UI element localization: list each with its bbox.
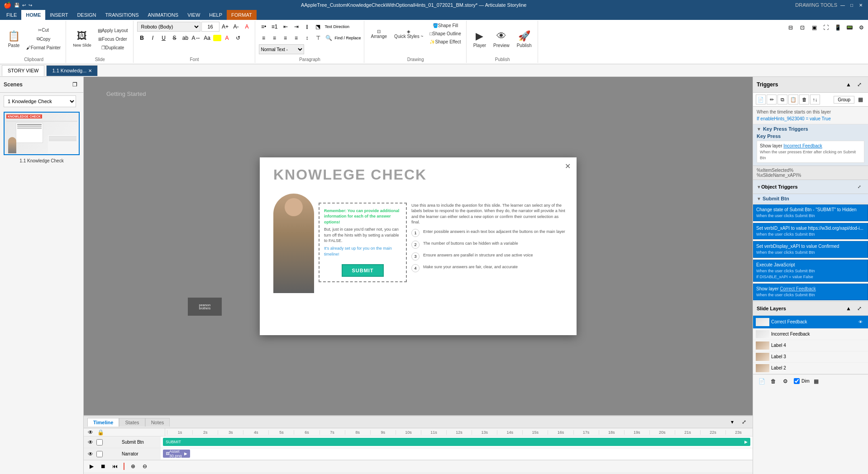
duplicate-button[interactable]: ❐ Duplicate bbox=[95, 44, 130, 52]
trigger-obj-2[interactable]: Set verbID_xAPI to value https://w3id.or… bbox=[753, 223, 868, 240]
tab-insert[interactable]: INSERT bbox=[45, 10, 72, 20]
tab-animations[interactable]: ANIMATIONS bbox=[143, 10, 183, 20]
layer-label-4[interactable]: Label 4 bbox=[753, 340, 868, 351]
align-text-button[interactable]: ⊤ bbox=[313, 33, 323, 43]
publish-button[interactable]: 🚀 Publish bbox=[514, 28, 535, 50]
trigger-obj-5[interactable]: Show layer Correct Feedback When the use… bbox=[753, 284, 868, 300]
new-slide-button[interactable]: 🖼 New Slide bbox=[70, 28, 95, 49]
timeline-add-btn[interactable]: ▶ bbox=[86, 461, 96, 471]
track-eye-submit[interactable]: 👁 bbox=[86, 437, 95, 447]
font-family-select[interactable]: Roboto (Body) bbox=[137, 22, 200, 32]
trig-new-btn[interactable]: 📄 bbox=[756, 95, 766, 104]
track-lock-submit[interactable] bbox=[96, 439, 103, 446]
tab-view[interactable]: VIEW bbox=[183, 10, 205, 20]
collapse-arrow[interactable]: ▼ bbox=[757, 127, 761, 132]
highlight-btn[interactable] bbox=[213, 35, 221, 41]
timeline-stop-btn[interactable]: ⏹ bbox=[98, 461, 108, 471]
change-case-button[interactable]: Aa bbox=[202, 33, 212, 43]
layer-correct-eye-btn[interactable]: 👁 bbox=[855, 317, 865, 327]
view-tablet-btn[interactable]: 📟 bbox=[844, 23, 854, 33]
trig-move-up-btn[interactable]: ↑↓ bbox=[810, 95, 820, 104]
slide-thumbnail[interactable]: KNOWLEDGE CHECK bbox=[4, 112, 80, 155]
trigger-obj-1[interactable]: Change state of Submit Btn - "SUBMIT" to… bbox=[753, 204, 868, 221]
justify-button[interactable]: ≡ bbox=[291, 33, 301, 43]
view-slide-btn[interactable]: ⊡ bbox=[797, 23, 807, 33]
font-size-decrease-btn[interactable]: A- bbox=[231, 22, 241, 32]
layers-delete-btn[interactable]: 🗑 bbox=[768, 376, 778, 386]
view-reading-btn[interactable]: ▣ bbox=[809, 23, 819, 33]
object-triggers-collapse[interactable]: ▼ bbox=[757, 185, 761, 190]
minimize-btn[interactable]: — bbox=[839, 2, 846, 8]
decrease-indent-button[interactable]: ⇤ bbox=[281, 22, 291, 32]
trig-delete-btn[interactable]: 🗑 bbox=[799, 95, 809, 104]
lock-all-btn[interactable]: 🔒 bbox=[95, 428, 105, 436]
shape-fill-button[interactable]: 🪣 Shape Fill bbox=[427, 22, 463, 29]
trig-edit-btn[interactable]: ✏ bbox=[767, 95, 777, 104]
timeline-rewind-btn[interactable]: ⏮ bbox=[110, 461, 120, 471]
underline-button[interactable]: U bbox=[159, 33, 169, 43]
view-normal-btn[interactable]: ⊟ bbox=[786, 23, 796, 33]
copy-button[interactable]: ⧉ Copy bbox=[24, 35, 63, 43]
layers-grid-btn[interactable]: ▦ bbox=[811, 376, 821, 386]
triggers-expand-btn[interactable]: ⤢ bbox=[854, 80, 864, 90]
close-tab-icon[interactable]: ✕ bbox=[88, 68, 92, 73]
focus-order-button[interactable]: ⊞ Focus Order bbox=[95, 35, 130, 43]
timeline-collapse-btn[interactable]: ▾ bbox=[727, 417, 737, 427]
tab-format[interactable]: FORMAT bbox=[227, 10, 257, 20]
story-view-tab[interactable]: STORY VIEW bbox=[2, 65, 44, 76]
shadow-button[interactable]: ab bbox=[181, 33, 191, 43]
scenes-dropdown[interactable]: 1 Knowledge Check bbox=[4, 95, 76, 107]
tab-transitions[interactable]: TRANSITIONS bbox=[101, 10, 143, 20]
bold-button[interactable]: B bbox=[137, 33, 147, 43]
layers-expand-btn[interactable]: ⤢ bbox=[854, 303, 864, 313]
columns-button[interactable]: ⫿ bbox=[302, 22, 312, 32]
tab-notes[interactable]: Notes bbox=[145, 418, 170, 427]
trig-copy-btn[interactable]: ⧉ bbox=[777, 95, 787, 104]
char-spacing-button[interactable]: A↔ bbox=[191, 33, 201, 43]
tab-home[interactable]: HOME bbox=[21, 10, 45, 20]
find-replace-button[interactable]: 🔍 bbox=[324, 33, 334, 43]
font-color-btn[interactable]: A bbox=[242, 22, 252, 32]
font-size-input[interactable] bbox=[201, 22, 219, 32]
numbering-button[interactable]: ≡1 bbox=[270, 22, 280, 32]
style-select[interactable]: Normal Text - bbox=[259, 44, 304, 54]
timeline-expand-btn[interactable]: ⤢ bbox=[739, 417, 749, 427]
trig-paste-btn[interactable]: 📋 bbox=[788, 95, 798, 104]
triggers-grid-btn[interactable]: ▦ bbox=[855, 95, 865, 104]
increase-indent-button[interactable]: ⇥ bbox=[291, 22, 301, 32]
align-center-button[interactable]: ≡ bbox=[270, 33, 280, 43]
italic-button[interactable]: I bbox=[148, 33, 158, 43]
canvas-close-btn[interactable]: ✕ bbox=[563, 162, 572, 171]
paste-button[interactable]: 📋 Paste bbox=[5, 28, 23, 50]
timeline-zoom-in-btn[interactable]: ⊕ bbox=[128, 461, 138, 471]
tab-file[interactable]: FILE bbox=[2, 10, 21, 20]
tab-timeline[interactable]: Timeline bbox=[87, 418, 119, 427]
tab-states[interactable]: States bbox=[119, 418, 145, 427]
slide-tab[interactable]: 1.1 Knowledg... ✕ bbox=[46, 65, 98, 76]
timeline-zoom-out-btn[interactable]: ⊖ bbox=[140, 461, 150, 471]
layers-add-btn[interactable]: 📄 bbox=[757, 376, 767, 386]
preview-button[interactable]: 👁 Preview bbox=[490, 28, 513, 50]
layers-collapse-btn[interactable]: ▲ bbox=[844, 303, 854, 313]
arrange-button[interactable]: ⊡ Arrange bbox=[368, 27, 391, 41]
trigger-obj-3[interactable]: Set verbDisplay_xAPI to value Confirmed … bbox=[753, 241, 868, 258]
correct-feedback-link[interactable]: Correct Feedback bbox=[780, 286, 816, 291]
layer-correct-feedback[interactable]: Correct Feedback 👁 bbox=[753, 316, 868, 329]
text-direction-button[interactable]: ⬔ bbox=[313, 22, 323, 32]
shape-effect-button[interactable]: ✨ Shape Effect bbox=[427, 38, 463, 46]
font-size-increase-btn[interactable]: A+ bbox=[220, 22, 230, 32]
triggers-collapse-btn[interactable]: ▲ bbox=[844, 80, 854, 90]
dim-checkbox[interactable] bbox=[794, 378, 800, 384]
settings-btn[interactable]: ⚙ bbox=[856, 23, 866, 33]
align-left-button[interactable]: ≡ bbox=[259, 33, 269, 43]
bullets-button[interactable]: ≡• bbox=[259, 22, 269, 32]
clear-format-btn[interactable]: ↺ bbox=[233, 33, 243, 43]
shape-outline-button[interactable]: □ Shape Outline bbox=[427, 30, 463, 38]
close-btn[interactable]: ✕ bbox=[857, 2, 864, 8]
scenes-collapse-btn[interactable]: ❐ bbox=[70, 80, 80, 90]
track-eye-narrator[interactable]: 👁 bbox=[86, 449, 95, 459]
track-block-expand-btn[interactable]: ▶ bbox=[744, 440, 748, 444]
cut-button[interactable]: ✂ Cut bbox=[24, 26, 63, 34]
apply-layout-button[interactable]: ▤ Apply Layout bbox=[95, 27, 130, 34]
line-spacing-button[interactable]: ↕ bbox=[302, 33, 312, 43]
